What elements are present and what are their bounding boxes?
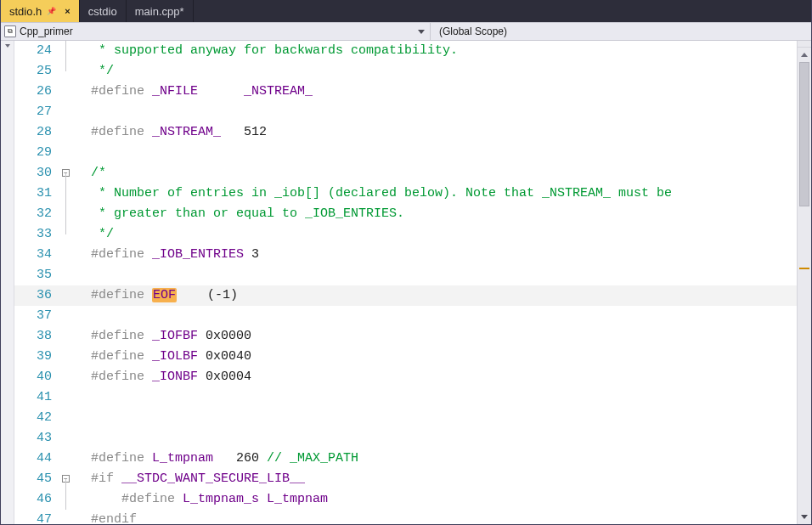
code-line[interactable]: 44#define L_tmpnam 260 // _MAX_PATH [14,449,797,469]
code-line[interactable]: 24 * supported anyway for backwards comp… [14,41,797,61]
code-line[interactable]: 46 #define L_tmpnam_s L_tmpnam [14,489,797,510]
line-number: 31 [14,183,62,204]
outline-gutter [62,61,91,82]
code-line[interactable]: 32 * greater than or equal to _IOB_ENTRI… [14,204,797,224]
chevron-up-icon [801,53,808,57]
navigation-bar: ⧉ Cpp_primer (Global Scope) [1,22,811,41]
line-number: 26 [14,82,62,102]
outline-gutter [62,367,91,387]
outline-gutter [62,143,91,163]
code-line[interactable]: 34#define _IOB_ENTRIES 3 [14,245,797,265]
member-label: (Global Scope) [439,25,507,37]
line-number: 32 [14,204,62,224]
code-line[interactable]: 45−#if __STDC_WANT_SECURE_LIB__ [14,469,797,489]
member-dropdown[interactable]: (Global Scope) [431,23,811,40]
line-number: 37 [14,306,62,326]
code-line[interactable]: 26#define _NFILE _NSTREAM_ [14,82,797,102]
outline-gutter [62,122,91,143]
line-number: 35 [14,265,62,285]
tab-cstdio[interactable]: cstdio [80,0,127,22]
code-content: #endif [91,510,797,524]
tab-label: cstdio [88,5,117,18]
line-number: 39 [14,347,62,367]
scrollbar-track[interactable] [798,62,811,510]
outline-gutter [62,306,91,326]
code-line[interactable]: 47#endif [14,510,797,524]
code-content: #define L_tmpnam_s L_tmpnam [91,489,797,510]
scroll-down-button[interactable] [798,510,811,524]
line-number: 27 [14,102,62,122]
code-content: /* [91,163,797,183]
code-editor[interactable]: 24 * supported anyway for backwards comp… [14,41,797,524]
code-content: #define _IOFBF 0x0000 [91,326,797,347]
scope-dropdown[interactable]: ⧉ Cpp_primer [1,23,431,40]
line-number: 45 [14,469,62,489]
outline-gutter [62,183,91,204]
outline-gutter [62,387,91,408]
tab-main-cpp-[interactable]: main.cpp* [127,0,194,22]
outline-gutter [62,408,91,428]
outline-gutter: − [62,163,91,183]
outline-gutter [62,41,91,61]
code-line[interactable]: 28#define _NSTREAM_ 512 [14,122,797,143]
code-line[interactable]: 36#define EOF (-1) [14,285,797,306]
dropdown-well[interactable] [1,41,14,524]
code-line[interactable]: 42 [14,408,797,428]
outline-gutter [62,102,91,122]
close-icon[interactable]: × [65,6,70,16]
scrollbar-thumb[interactable] [799,62,809,206]
tab-label: main.cpp* [135,5,184,18]
code-content: #define _NSTREAM_ 512 [91,122,797,143]
vertical-scrollbar[interactable] [797,48,811,524]
outline-gutter [62,224,91,245]
code-line[interactable]: 38#define _IOFBF 0x0000 [14,326,797,347]
code-content: #define _IOB_ENTRIES 3 [91,245,797,265]
line-number: 25 [14,61,62,82]
code-line[interactable]: 39#define _IOLBF 0x0040 [14,347,797,367]
outline-gutter [62,82,91,102]
code-line[interactable]: 31 * Number of entries in _iob[] (declar… [14,183,797,204]
chevron-down-icon [5,44,10,48]
code-content: * Number of entries in _iob[] (declared … [91,183,797,204]
line-number: 36 [14,285,62,306]
code-content: #define EOF (-1) [91,285,797,306]
outline-gutter [62,245,91,265]
code-content: * greater than or equal to _IOB_ENTRIES. [91,204,797,224]
outline-gutter [62,449,91,469]
code-content: #define _NFILE _NSTREAM_ [91,82,797,102]
line-number: 28 [14,122,62,143]
code-content: */ [91,61,797,82]
code-content: */ [91,224,797,245]
code-line[interactable]: 35 [14,265,797,285]
code-line[interactable]: 40#define _IONBF 0x0004 [14,367,797,387]
outline-gutter [62,265,91,285]
code-line[interactable]: 27 [14,102,797,122]
code-line[interactable]: 41 [14,387,797,408]
line-number: 24 [14,41,62,61]
code-line[interactable]: 33 */ [14,224,797,245]
code-line[interactable]: 30−/* [14,163,797,183]
line-number: 41 [14,387,62,408]
code-content: #define L_tmpnam 260 // _MAX_PATH [91,449,797,469]
outline-gutter [62,285,91,306]
line-number: 40 [14,367,62,387]
outline-gutter: − [62,469,91,489]
split-handle[interactable] [797,41,811,48]
scroll-up-button[interactable] [798,48,811,62]
outline-gutter [62,510,91,524]
editor-window: stdio.h📌×cstdiomain.cpp* ⧉ Cpp_primer (G… [0,0,812,525]
code-line[interactable]: 29 [14,143,797,163]
outline-gutter [62,204,91,224]
code-line[interactable]: 43 [14,428,797,449]
line-number: 33 [14,224,62,245]
tab-stdio-h[interactable]: stdio.h📌× [1,0,80,22]
pin-icon: 📌 [47,7,56,15]
code-line[interactable]: 37 [14,306,797,326]
tab-strip: stdio.h📌×cstdiomain.cpp* [1,0,811,22]
outline-gutter [62,347,91,367]
code-line[interactable]: 25 */ [14,61,797,82]
outline-gutter [62,428,91,449]
line-number: 43 [14,428,62,449]
code-content: #define _IONBF 0x0004 [91,367,797,387]
chevron-down-icon [801,515,808,519]
